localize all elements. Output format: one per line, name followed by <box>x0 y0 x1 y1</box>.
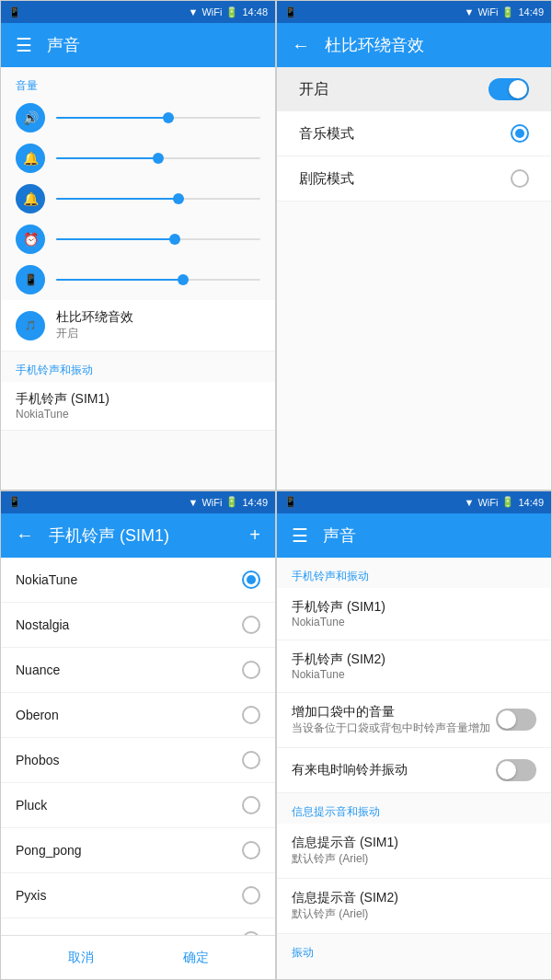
phone-ringtone-sim1-br[interactable]: 手机铃声 (SIM1) NokiaTune <box>277 588 551 640</box>
pocket-volume-row[interactable]: 增加口袋中的音量 当设备位于口袋或背包中时铃声音量增加 <box>277 693 551 748</box>
list-item[interactable]: Seahorse <box>1 918 275 936</box>
toolbar-br: ☰ 声音 <box>277 513 551 558</box>
confirm-button[interactable]: 确定 <box>161 942 231 974</box>
wifi-icon: WiFi <box>201 6 222 17</box>
theater-mode-radio[interactable] <box>511 169 529 188</box>
dolby-toggle-row[interactable]: 开启 <box>277 67 551 111</box>
toolbar-title-tl: 声音 <box>47 34 260 56</box>
dolby-setting-row[interactable]: 🎵 杜比环绕音效 开启 <box>1 300 275 352</box>
phone-ringtone-sim2-subtitle: NokiaTune <box>292 668 385 681</box>
ringtone-radio-7[interactable] <box>242 886 260 905</box>
system-vol-icon: 📱 <box>16 265 45 294</box>
time-tr: 14:49 <box>518 6 544 17</box>
notif-sim1-text: 信息提示音 (SIM1) 默认铃声 (Ariel) <box>292 835 398 867</box>
notification-icons: 📱 <box>8 6 21 18</box>
notif-sim1-title: 信息提示音 (SIM1) <box>292 835 398 851</box>
panel-sound-volume: 📱 ▼ WiFi 🔋 14:48 ☰ 声音 音量 🔊 🔔 <box>0 0 276 490</box>
panel-sound-more: 📱 ▼ WiFi 🔋 14:49 ☰ 声音 手机铃声和振动 手机铃声 (SIM1… <box>276 490 552 981</box>
music-mode-row[interactable]: 音乐模式 <box>277 111 551 156</box>
alarm-slider[interactable] <box>56 225 260 253</box>
toolbar-tr: ← 杜比环绕音效 <box>277 23 551 67</box>
system-fill <box>56 279 183 281</box>
ringtone-list-content: NokiaTune Nostalgia Nuance Oberon Phobos… <box>1 558 275 936</box>
list-item[interactable]: NokiaTune <box>1 558 275 603</box>
cancel-button[interactable]: 取消 <box>46 942 116 974</box>
toolbar-bl: ← 手机铃声 (SIM1) + <box>1 513 275 558</box>
media-slider[interactable] <box>56 104 260 132</box>
status-bar-tr: 📱 ▼ WiFi 🔋 14:49 <box>277 1 551 23</box>
phone-ringtone-sim1-row[interactable]: 手机铃声 (SIM1) NokiaTune <box>1 382 275 431</box>
dolby-icon: 🎵 <box>16 311 45 340</box>
list-item[interactable]: Pluck <box>1 783 275 828</box>
pocket-volume-subtitle: 当设备位于口袋或背包中时铃声音量增加 <box>292 721 490 736</box>
ringtone-radio-2[interactable] <box>242 661 260 679</box>
sound-more-content: 手机铃声和振动 手机铃声 (SIM1) NokiaTune 手机铃声 (SIM2… <box>277 558 551 980</box>
system-thumb[interactable] <box>178 274 189 285</box>
ringtone-name-2: Nuance <box>16 663 60 677</box>
notif-icons-tr: 📱 <box>284 6 297 18</box>
notification-track <box>56 198 260 200</box>
toolbar-tl: ☰ 声音 <box>1 23 275 67</box>
media-thumb[interactable] <box>163 112 174 123</box>
list-item[interactable]: Nostalgia <box>1 603 275 648</box>
toolbar-title-br: 声音 <box>323 525 536 547</box>
list-item[interactable]: Nuance <box>1 648 275 693</box>
theater-mode-row[interactable]: 剧院模式 <box>277 156 551 202</box>
dolby-toggle[interactable] <box>489 78 529 100</box>
system-slider[interactable] <box>56 266 260 294</box>
notif-sim1-row[interactable]: 信息提示音 (SIM1) 默认铃声 (Ariel) <box>277 824 551 879</box>
notification-thumb[interactable] <box>173 193 184 204</box>
list-item[interactable]: Phobos <box>1 738 275 783</box>
music-mode-radio[interactable] <box>511 124 529 143</box>
volume-row-alarm[interactable]: ⏰ <box>1 219 275 259</box>
ringtone-radio-5[interactable] <box>242 796 260 814</box>
system-track <box>56 279 260 281</box>
status-bar-bl: 📱 ▼ WiFi 🔋 14:49 <box>1 491 275 513</box>
panel-dolby: 📱 ▼ WiFi 🔋 14:49 ← 杜比环绕音效 开启 音乐模式 剧院模式 <box>276 0 552 490</box>
ringtone-slider[interactable] <box>56 144 260 172</box>
pocket-volume-toggle[interactable] <box>496 709 536 731</box>
volume-row-ringtone[interactable]: 🔔 <box>1 138 275 179</box>
ringtone-section-header: 手机铃声和振动 <box>1 352 275 382</box>
back-icon-bl[interactable]: ← <box>16 525 34 546</box>
notif-icons-bl: 📱 <box>8 496 21 508</box>
toolbar-title-bl: 手机铃声 (SIM1) <box>49 525 235 547</box>
ringtone-vol-icon: 🔔 <box>16 144 45 173</box>
ringtone-radio-4[interactable] <box>242 751 260 769</box>
phone-ringtone-title: 手机铃声 (SIM1) <box>16 391 260 408</box>
ring-vibrate-toggle[interactable] <box>496 759 536 781</box>
ringtone-radio-1[interactable] <box>242 616 260 634</box>
notification-slider[interactable] <box>56 185 260 213</box>
ringtone-radio-3[interactable] <box>242 706 260 724</box>
ringtone-fill <box>56 157 158 159</box>
battery-icon-tr: 🔋 <box>501 6 514 18</box>
list-item[interactable]: Pyxis <box>1 873 275 918</box>
volume-row-media[interactable]: 🔊 <box>1 98 275 138</box>
ring-vibrate-row[interactable]: 有来电时响铃并振动 <box>277 748 551 793</box>
back-icon-tr[interactable]: ← <box>292 35 310 56</box>
pocket-volume-text: 增加口袋中的音量 当设备位于口袋或背包中时铃声音量增加 <box>292 704 490 736</box>
ringtone-thumb[interactable] <box>153 153 164 164</box>
ringtone-radio-6[interactable] <box>242 841 260 859</box>
menu-icon-br[interactable]: ☰ <box>292 525 308 547</box>
notification-vol-icon: 🔔 <box>16 184 45 213</box>
media-fill <box>56 117 168 119</box>
phone-ringtone-sim2-br[interactable]: 手机铃声 (SIM2) NokiaTune <box>277 640 551 693</box>
add-icon-bl[interactable]: + <box>249 525 260 546</box>
list-item[interactable]: Oberon <box>1 693 275 738</box>
pocket-volume-title: 增加口袋中的音量 <box>292 704 490 721</box>
alarm-thumb[interactable] <box>169 234 180 245</box>
media-track <box>56 117 260 119</box>
dolby-subtitle: 开启 <box>56 326 260 341</box>
volume-row-notification[interactable]: 🔔 <box>1 179 275 219</box>
ringtone-name-0: NokiaTune <box>16 572 77 587</box>
ringtone-name-5: Pluck <box>16 798 47 813</box>
wifi-icon-bl: WiFi <box>201 497 222 508</box>
phone-ringtone-sim2-title: 手机铃声 (SIM2) <box>292 651 385 668</box>
signal-icon-tr: ▼ <box>465 6 475 17</box>
menu-icon[interactable]: ☰ <box>16 34 32 56</box>
notif-sim2-row[interactable]: 信息提示音 (SIM2) 默认铃声 (Ariel) <box>277 879 551 934</box>
list-item[interactable]: Pong_pong <box>1 828 275 873</box>
volume-row-system[interactable]: 📱 <box>1 259 275 300</box>
ringtone-radio-0[interactable] <box>242 571 260 589</box>
